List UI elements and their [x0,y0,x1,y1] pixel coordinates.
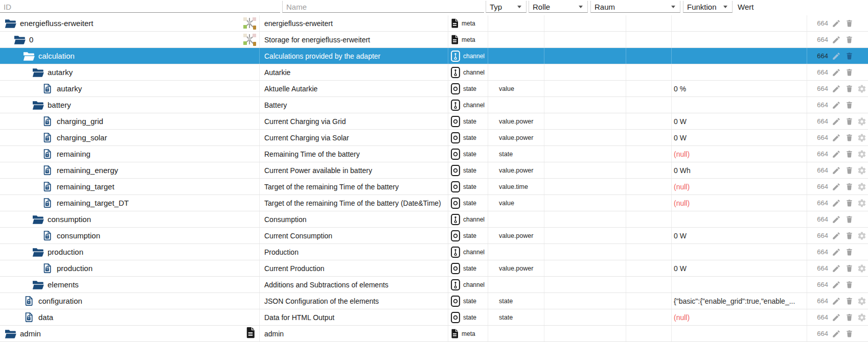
delete-trash-icon[interactable] [844,100,854,110]
value-cell[interactable]: (null) [671,195,807,211]
edit-pencil-icon[interactable] [832,198,841,208]
table-row[interactable]: elements Additions and Subtractions of e… [0,277,868,293]
raum-filter-select[interactable]: Raum [590,1,680,13]
delete-trash-icon[interactable] [844,84,854,93]
table-row[interactable]: calculation Calculations provided by the… [0,48,868,64]
delete-trash-icon[interactable] [844,51,854,61]
value-cell[interactable] [671,211,807,227]
value-cell[interactable]: (null) [671,146,807,162]
typ-filter-select[interactable]: Typ [486,1,527,13]
delete-trash-icon[interactable] [844,165,854,175]
edit-pencil-icon[interactable] [832,84,841,93]
delete-trash-icon[interactable] [844,263,854,273]
folder-icon[interactable] [32,280,44,289]
settings-gear-icon[interactable] [857,165,866,175]
table-row[interactable]: consumption Consumption channel [0,211,868,228]
table-row[interactable]: production Current Production state valu… [0,260,868,277]
table-row[interactable]: remaining_target Target of the remaining… [0,179,868,195]
delete-trash-icon[interactable] [844,312,854,322]
table-row[interactable]: production Production channel [0,244,868,260]
settings-gear-icon[interactable] [857,116,866,126]
value-cell[interactable] [671,15,807,31]
edit-pencil-icon[interactable] [832,149,841,159]
settings-gear-icon[interactable] [857,198,866,208]
edit-pencil-icon[interactable] [832,329,841,338]
value-cell[interactable]: 0 Wh [671,162,807,178]
table-row[interactable]: charging_solar Current Charging via Sola… [0,130,868,146]
delete-trash-icon[interactable] [844,116,854,126]
edit-pencil-icon[interactable] [832,312,841,322]
value-cell[interactable]: 0 W [671,260,807,276]
delete-trash-icon[interactable] [844,198,854,208]
delete-trash-icon[interactable] [844,280,854,289]
table-row[interactable]: admin admin [0,326,868,342]
edit-pencil-icon[interactable] [832,100,841,110]
value-cell[interactable] [671,64,807,80]
name-filter-input[interactable] [282,1,484,13]
table-row[interactable]: autarky Aktuelle Autarkie state value 0 … [0,81,868,97]
id-filter-input[interactable] [0,1,280,13]
folder-icon[interactable] [13,35,26,44]
value-cell[interactable] [671,97,807,113]
table-row[interactable]: consumption Current Consumption state va… [0,228,868,244]
delete-trash-icon[interactable] [844,296,854,306]
edit-pencil-icon[interactable] [832,296,841,306]
settings-gear-icon[interactable] [857,84,866,93]
value-cell[interactable] [671,277,807,292]
table-row[interactable]: charging_grid Current Charging via Grid … [0,113,868,130]
folder-icon[interactable] [32,68,44,77]
folder-icon[interactable] [4,19,16,28]
value-cell[interactable]: 0 % [671,81,807,96]
folder-icon[interactable] [22,52,35,61]
value-cell[interactable]: (null) [671,179,807,194]
edit-pencil-icon[interactable] [832,214,841,224]
settings-gear-icon[interactable] [857,296,866,306]
edit-pencil-icon[interactable] [832,67,841,77]
value-cell[interactable]: 0 W [671,228,807,243]
delete-trash-icon[interactable] [844,214,854,224]
settings-gear-icon[interactable] [857,263,866,273]
settings-gear-icon[interactable] [857,312,866,322]
edit-pencil-icon[interactable] [832,263,841,273]
table-row[interactable]: remaining Remaining Time of the battery … [0,146,868,162]
value-cell[interactable] [671,244,807,260]
edit-pencil-icon[interactable] [832,231,841,240]
edit-pencil-icon[interactable] [832,133,841,142]
delete-trash-icon[interactable] [844,67,854,77]
edit-pencil-icon[interactable] [832,165,841,175]
funktion-filter-select[interactable]: Funktion [683,1,733,13]
delete-trash-icon[interactable] [844,35,854,44]
delete-trash-icon[interactable] [844,182,854,191]
table-row[interactable]: remaining_target_DT Target of the remain… [0,195,868,211]
delete-trash-icon[interactable] [844,247,854,257]
table-row[interactable]: 0 Storage for energiefluss-erweitert [0,32,868,48]
delete-trash-icon[interactable] [844,231,854,240]
value-cell[interactable] [671,326,807,341]
value-cell[interactable]: 0 W [671,130,807,145]
table-row[interactable]: remaining_energy Current Power available… [0,162,868,179]
value-cell[interactable] [671,48,807,64]
value-cell[interactable] [671,32,807,47]
settings-gear-icon[interactable] [857,149,866,159]
delete-trash-icon[interactable] [844,149,854,159]
edit-pencil-icon[interactable] [832,182,841,191]
value-cell[interactable]: 0 W [671,113,807,129]
folder-icon[interactable] [32,215,44,224]
edit-pencil-icon[interactable] [832,116,841,126]
table-row[interactable]: data Data for HTML Output state state (n… [0,309,868,326]
edit-pencil-icon[interactable] [832,18,841,28]
edit-pencil-icon[interactable] [832,280,841,289]
folder-icon[interactable] [32,248,44,257]
delete-trash-icon[interactable] [844,329,854,338]
delete-trash-icon[interactable] [844,133,854,142]
table-row[interactable]: autarky Autarkie channel [0,64,868,81]
value-cell[interactable]: (null) [671,309,807,325]
table-row[interactable]: configuration JSON Configuration of the … [0,293,868,309]
folder-icon[interactable] [4,329,16,338]
table-row[interactable]: energiefluss-erweitert energiefluss-erwe… [0,15,868,32]
settings-gear-icon[interactable] [857,133,866,142]
settings-gear-icon[interactable] [857,231,866,240]
table-row[interactable]: battery Battery channel [0,97,868,113]
edit-pencil-icon[interactable] [832,51,841,61]
edit-pencil-icon[interactable] [832,35,841,44]
